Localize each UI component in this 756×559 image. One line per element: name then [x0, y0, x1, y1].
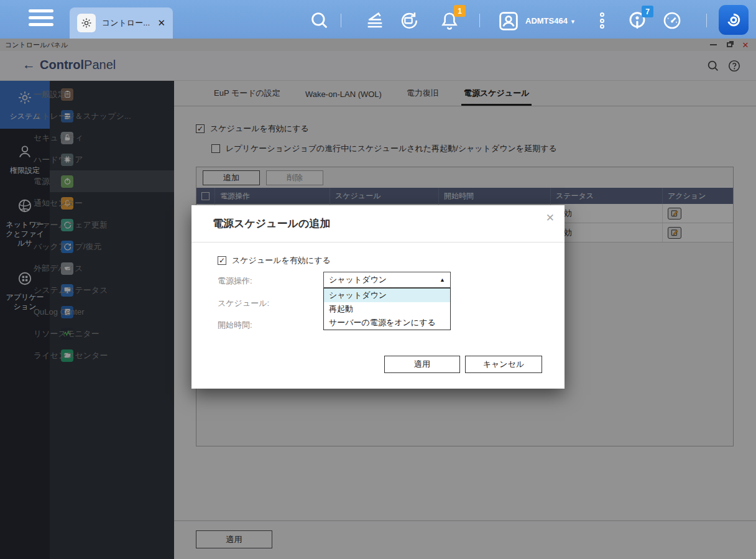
dropdown-value: シャットダウン	[329, 274, 387, 285]
dialog-divider	[191, 242, 565, 243]
myqnapcloud-icon[interactable]	[719, 5, 749, 35]
desktop-topbar: コントロー... ✕ 1 ADMTS464▼ 7	[0, 0, 756, 39]
dashboard-icon[interactable]	[662, 10, 683, 31]
control-panel-tab-icon	[77, 14, 96, 32]
system-health-badge: 7	[642, 6, 653, 17]
dropdown-option-shutdown[interactable]: シャットダウン	[324, 289, 450, 302]
start-time-label: 開始時間:	[218, 320, 252, 331]
dropdown-option-restart[interactable]: 再起動	[324, 302, 450, 316]
dialog-apply-button[interactable]: 適用	[384, 356, 460, 373]
dialog-close-icon[interactable]: ✕	[546, 211, 555, 224]
tab-label: コントロー...	[102, 17, 157, 29]
power-action-dropdown[interactable]: シャットダウン ▲	[323, 272, 451, 288]
dialog-enable-schedule-label: スケジュールを有効にする	[232, 255, 331, 266]
dialog-title: 電源スケジュールの追加	[213, 216, 330, 231]
background-tasks-icon[interactable]	[364, 10, 385, 31]
topbar-separator	[341, 14, 341, 27]
open-app-tab[interactable]: コントロー... ✕	[70, 7, 173, 39]
dialog-enable-schedule-row: ✓ スケジュールを有効にする	[218, 255, 331, 266]
user-caret-icon: ▼	[570, 19, 576, 25]
chevron-up-icon: ▲	[440, 277, 445, 283]
user-avatar-icon[interactable]	[496, 9, 521, 34]
power-action-dropdown-list: シャットダウン 再起動 サーバーの電源をオンにする	[323, 288, 451, 330]
schedule-label: スケジュール:	[218, 298, 269, 309]
username-menu[interactable]: ADMTS464▼	[525, 16, 576, 25]
more-options-icon[interactable]	[598, 12, 606, 29]
qts-desktop: コントロー... ✕ 1 ADMTS464▼ 7 コントロールパネル ✕ ← C…	[0, 0, 756, 559]
notification-badge: 1	[454, 5, 466, 17]
power-action-label: 電源操作:	[218, 275, 252, 287]
topbar-separator	[479, 14, 480, 27]
dialog-cancel-button[interactable]: キャンセル	[465, 356, 542, 373]
dropdown-option-power-on[interactable]: サーバーの電源をオンにする	[324, 316, 450, 330]
add-power-schedule-dialog: ✕ 電源スケジュールの追加 ✓ スケジュールを有効にする 電源操作: スケジュー…	[191, 205, 565, 389]
tab-close-icon[interactable]: ✕	[157, 17, 165, 29]
sync-status-icon[interactable]	[398, 10, 419, 31]
dialog-enable-schedule-checkbox[interactable]: ✓	[218, 256, 226, 265]
main-menu-button[interactable]	[29, 9, 53, 29]
search-icon[interactable]	[309, 10, 330, 31]
topbar-separator	[706, 14, 707, 27]
